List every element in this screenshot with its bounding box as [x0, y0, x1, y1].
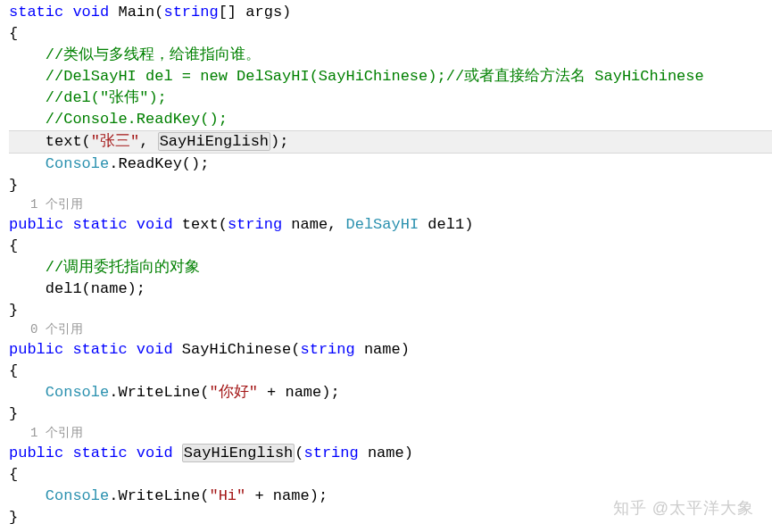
code-text: (: [295, 445, 303, 461]
code-line[interactable]: //调用委托指向的对象: [9, 257, 772, 278]
code-text: [173, 445, 182, 461]
codelens-references[interactable]: 1 个引用: [9, 196, 772, 214]
code-line[interactable]: del1(name);: [9, 278, 772, 300]
comment: //DelSayHI del = new DelSayHI(SayHiChine…: [9, 68, 704, 85]
keyword: void: [137, 216, 173, 233]
code-line[interactable]: public static void SayHiChinese(string n…: [9, 339, 772, 361]
code-line[interactable]: public static void SayHiEnglish(string n…: [9, 443, 772, 464]
string-literal: "张三": [91, 133, 139, 150]
code-line[interactable]: public static void text(string name, Del…: [9, 214, 772, 236]
keyword: static: [72, 445, 127, 461]
code-text: ,: [139, 133, 157, 150]
type-name: Console: [46, 155, 109, 172]
keyword: static: [9, 4, 63, 21]
code-line[interactable]: //DelSayHI del = new DelSayHI(SayHiChine…: [9, 66, 772, 87]
keyword: string: [300, 341, 354, 358]
code-line[interactable]: {: [9, 464, 772, 486]
code-text: );: [270, 133, 288, 150]
code-text: .ReadKey();: [109, 155, 209, 172]
string-literal: "你好": [209, 384, 257, 401]
code-text: .WriteLine(: [109, 487, 209, 504]
keyword: string: [163, 4, 218, 21]
code-line[interactable]: Console.WriteLine("你好" + name);: [9, 382, 772, 403]
keyword: void: [137, 445, 173, 461]
code-text: text(: [9, 133, 91, 150]
keyword: string: [303, 445, 358, 461]
code-text: [9, 384, 46, 401]
code-text: name,: [282, 216, 345, 233]
code-text: name): [355, 341, 410, 358]
code-text: + name);: [258, 384, 340, 401]
keyword: string: [228, 216, 282, 233]
keyword: public: [9, 341, 63, 358]
comment: //Console.ReadKey();: [9, 111, 228, 128]
codelens-references[interactable]: 1 个引用: [9, 425, 772, 443]
watermark-text: 知乎 @太平洋大象: [613, 499, 754, 517]
code-text: [] args): [219, 4, 292, 21]
code-text: [9, 487, 46, 504]
code-text: .WriteLine(: [109, 384, 209, 401]
code-line-current[interactable]: text("张三", SayHiEnglish);: [9, 130, 772, 154]
code-line[interactable]: Console.ReadKey();: [9, 154, 772, 175]
method-name: Main(: [109, 4, 163, 21]
type-name: Console: [46, 487, 109, 504]
code-line[interactable]: //Console.ReadKey();: [9, 109, 772, 130]
method-name: text(: [173, 216, 228, 233]
symbol-reference: SayHiEnglish: [182, 444, 295, 462]
code-line[interactable]: }: [9, 300, 772, 321]
comment: //类似与多线程，给谁指向谁。: [9, 46, 261, 63]
string-literal: "Hi": [209, 487, 245, 504]
code-line[interactable]: }: [9, 403, 772, 425]
keyword: void: [137, 341, 173, 358]
code-line[interactable]: {: [9, 23, 772, 45]
code-text: name): [359, 445, 413, 461]
type-name: DelSayHI: [346, 216, 419, 233]
codelens-references[interactable]: 0 个引用: [9, 321, 772, 339]
code-line[interactable]: {: [9, 236, 772, 257]
symbol-reference: SayHiEnglish: [158, 132, 270, 151]
keyword: public: [9, 216, 63, 233]
type-name: Console: [46, 384, 109, 401]
keyword: public: [9, 445, 63, 461]
comment: //调用委托指向的对象: [9, 259, 200, 276]
code-editor[interactable]: static void Main(string[] args) { //类似与多…: [0, 0, 772, 528]
code-line[interactable]: }: [9, 175, 772, 196]
code-text: + name);: [245, 487, 328, 504]
code-text: [9, 155, 46, 172]
keyword: static: [72, 341, 127, 358]
code-line[interactable]: //del("张伟");: [9, 87, 772, 109]
code-line[interactable]: //类似与多线程，给谁指向谁。: [9, 45, 772, 66]
keyword: void: [72, 4, 109, 21]
comment: //del("张伟");: [9, 89, 167, 106]
code-line[interactable]: static void Main(string[] args): [9, 2, 772, 23]
code-text: del1): [419, 216, 473, 233]
code-line[interactable]: {: [9, 361, 772, 382]
watermark: 知乎 @太平洋大象: [608, 497, 754, 520]
method-name: SayHiChinese(: [173, 341, 301, 358]
keyword: static: [72, 216, 127, 233]
